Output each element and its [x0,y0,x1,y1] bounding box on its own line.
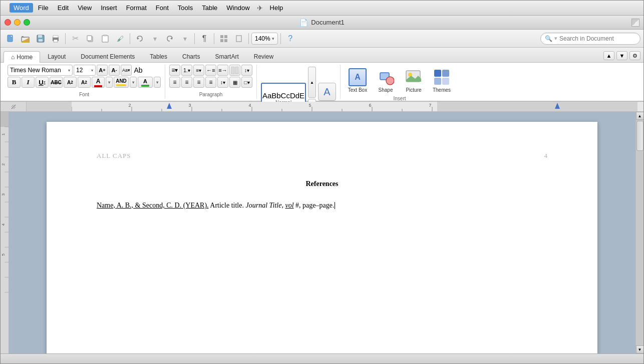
multilevel-button[interactable]: ≡▾ [193,65,204,76]
align-center-button[interactable]: ≡ [181,77,192,88]
maximize-button[interactable] [24,19,30,26]
highlight-button[interactable]: AND [114,77,129,88]
textbox-button[interactable]: A Text Box [345,65,371,96]
underline-button[interactable]: U ▾ [36,77,49,88]
reference-entry[interactable]: Name, A. B., & Second, C. D. (YEAR). Art… [97,200,547,211]
line-spacing-button[interactable]: ↕▾ [217,77,228,88]
undo-button[interactable] [133,32,147,46]
font-color-button[interactable]: A [92,77,105,88]
picture-button[interactable]: Picture [401,65,427,96]
text-highlight-button[interactable]: A [138,77,153,88]
svg-rect-9 [53,36,58,38]
menu-edit[interactable]: Edit [54,3,73,13]
shape-button[interactable]: Shape [373,65,399,96]
menu-help[interactable]: Help [266,3,287,13]
borders-button[interactable]: □▾ [241,77,252,88]
paste-button[interactable] [98,32,112,46]
copy-button[interactable] [83,32,97,46]
menu-insert[interactable]: Insert [97,3,121,13]
styles-change-button[interactable]: A [318,83,336,101]
menu-window[interactable]: Window [222,3,253,13]
menu-font[interactable]: Font [152,3,173,13]
redo-button[interactable] [163,32,177,46]
scroll-track[interactable] [636,120,643,345]
ruler-corner[interactable] [1,102,27,111]
strikethrough-button[interactable]: ABC [50,77,63,88]
scroll-up-arrow[interactable]: ▲ [636,112,644,120]
tab-smartart[interactable]: SmartArt [207,51,246,62]
decrease-font-btn[interactable]: A- [109,65,120,76]
bullets-button[interactable]: ≡▾ [169,65,180,76]
help-button[interactable]: ? [283,32,297,46]
cut-button[interactable]: ✂ [68,32,82,46]
shading-button[interactable]: ▦ [229,77,240,88]
tab-charts[interactable]: Charts [175,51,207,62]
svg-rect-0 [8,35,13,42]
close-button[interactable] [5,19,11,26]
tab-tables[interactable]: Tables [142,51,175,62]
search-input[interactable] [559,35,636,42]
scroll-down-arrow[interactable]: ▼ [636,345,644,353]
increase-indent-button[interactable]: ≡→ [217,65,228,76]
view-options-button[interactable] [217,32,231,46]
themes-button[interactable]: Themes [429,65,455,96]
save-button[interactable] [34,32,48,46]
align-left-button[interactable]: ≡ [169,77,180,88]
column-break-button[interactable] [229,65,240,76]
clear-format-btn[interactable]: Ab [133,65,144,76]
horizontal-ruler: 2 3 4 5 6 7 [27,102,643,111]
numbering-button[interactable]: 1.▾ [181,65,192,76]
menu-tools[interactable]: Tools [174,3,197,13]
svg-marker-16 [170,37,172,40]
redo-dropdown-button[interactable]: ▾ [178,32,192,46]
ref-journal-title: Journal Title, [245,202,285,209]
sort-button[interactable]: ↕▾ [241,65,252,76]
open-button[interactable] [19,32,33,46]
tab-review[interactable]: Review [246,51,281,62]
ribbon-nav-buttons: ▲ ▼ ⚙ [603,51,640,62]
decrease-indent-button[interactable]: ←≡ [205,65,216,76]
shape-icon [377,68,395,86]
ribbon-nav-up[interactable]: ▲ [603,51,614,60]
italic-button[interactable]: I [22,77,35,88]
text-highlight-arrow[interactable]: ▾ [154,77,161,88]
font-name-dropdown[interactable]: Times New Roman ▾ [8,65,73,76]
font-case-btn[interactable]: Aa▾ [121,65,132,76]
increase-font-btn[interactable]: A+ [97,65,108,76]
font-size-dropdown[interactable]: 12 ▾ [74,65,96,76]
tab-layout[interactable]: Layout [40,51,73,62]
picture-icon [405,68,423,86]
resize-icon[interactable] [631,19,639,27]
menu-table[interactable]: Table [198,3,221,13]
align-right-button[interactable]: ≡ [193,77,204,88]
styles-nav-up[interactable]: ▲ [308,67,316,98]
font-color-arrow[interactable]: ▾ [106,77,113,88]
menu-file[interactable]: File [34,3,53,13]
subscript-button[interactable]: A2 [78,77,91,88]
justify-button[interactable]: ≡ [205,77,216,88]
menu-word[interactable]: Word [10,3,33,13]
insert-group-label: Insert [345,96,455,101]
highlight-arrow[interactable]: ▾ [130,77,137,88]
tab-document-elements[interactable]: Document Elements [73,51,142,62]
format-painter-button[interactable]: 🖌 [113,32,127,46]
new-document-button[interactable] [4,32,18,46]
page-view-button[interactable] [232,32,246,46]
menu-view[interactable]: View [74,3,96,13]
pilcrow-button[interactable]: ¶ [197,32,211,46]
zoom-dropdown[interactable]: 140% ▾ [251,33,278,45]
menu-format[interactable]: Format [122,3,151,13]
minimize-button[interactable] [14,19,21,26]
scroll-thumb[interactable] [636,121,643,151]
ribbon-nav-down[interactable]: ▼ [616,51,627,60]
document-title: Document1 [311,19,344,26]
references-title: References [97,180,547,188]
tab-home[interactable]: ⌂ Home [4,51,40,63]
superscript-button[interactable]: A2 [64,77,77,88]
shape-label: Shape [379,87,393,93]
ribbon-settings[interactable]: ⚙ [629,51,640,60]
undo-dropdown-button[interactable]: ▾ [148,32,162,46]
print-button[interactable] [49,32,63,46]
font-name-row: Times New Roman ▾ 12 ▾ A+ A- Aa▾ Ab [8,65,144,76]
bold-button[interactable]: B [8,77,21,88]
